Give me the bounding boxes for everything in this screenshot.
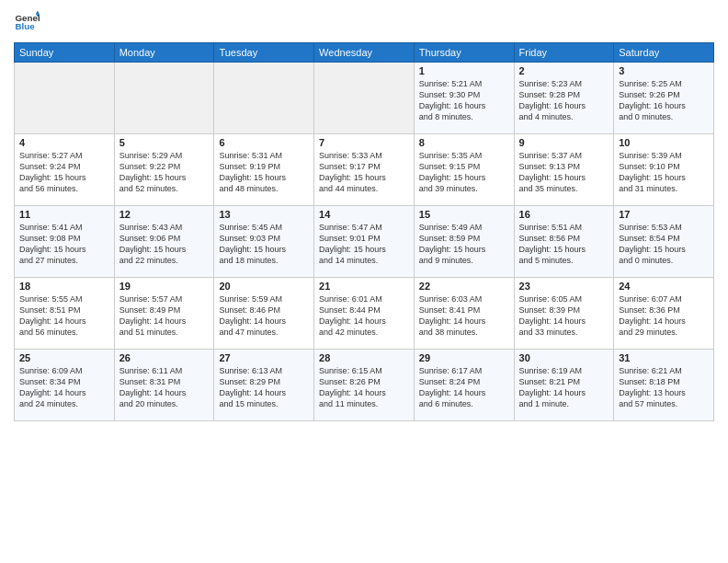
day-info: Sunrise: 6:09 AMSunset: 8:34 PMDaylight:… <box>19 365 109 410</box>
day-info: Sunrise: 5:31 AMSunset: 9:19 PMDaylight:… <box>219 150 309 195</box>
day-number: 28 <box>319 352 409 363</box>
day-number: 22 <box>419 281 509 292</box>
calendar-day-cell: 11Sunrise: 5:41 AMSunset: 9:08 PMDayligh… <box>15 206 115 278</box>
calendar-day-cell: 24Sunrise: 6:07 AMSunset: 8:36 PMDayligh… <box>614 278 714 350</box>
day-info: Sunrise: 5:57 AMSunset: 8:49 PMDaylight:… <box>119 293 210 339</box>
calendar-day-cell: 25Sunrise: 6:09 AMSunset: 8:34 PMDayligh… <box>15 350 115 421</box>
calendar-day-cell: 21Sunrise: 6:01 AMSunset: 8:44 PMDayligh… <box>314 278 415 350</box>
calendar-day-cell: 10Sunrise: 5:39 AMSunset: 9:10 PMDayligh… <box>614 134 714 206</box>
day-info: Sunrise: 5:41 AMSunset: 9:08 PMDaylight:… <box>19 222 109 267</box>
day-info: Sunrise: 6:15 AMSunset: 8:26 PMDaylight:… <box>319 365 409 410</box>
calendar-day-cell: 19Sunrise: 5:57 AMSunset: 8:49 PMDayligh… <box>114 278 214 350</box>
calendar-day-cell: 30Sunrise: 6:19 AMSunset: 8:21 PMDayligh… <box>514 350 614 421</box>
calendar-header-row: SundayMondayTuesdayWednesdayThursdayFrid… <box>15 43 714 63</box>
day-info: Sunrise: 5:43 AMSunset: 9:06 PMDaylight:… <box>119 222 210 267</box>
calendar-day-cell <box>214 63 314 134</box>
day-info: Sunrise: 5:25 AMSunset: 9:26 PMDaylight:… <box>619 78 709 123</box>
weekday-header: Sunday <box>15 43 115 63</box>
day-number: 12 <box>119 209 210 220</box>
day-number: 25 <box>19 352 109 363</box>
day-info: Sunrise: 6:11 AMSunset: 8:31 PMDaylight:… <box>119 365 210 410</box>
calendar-day-cell: 4Sunrise: 5:27 AMSunset: 9:24 PMDaylight… <box>15 134 115 206</box>
day-info: Sunrise: 5:37 AMSunset: 9:13 PMDaylight:… <box>519 150 609 195</box>
weekday-header: Friday <box>514 43 614 63</box>
calendar-day-cell: 29Sunrise: 6:17 AMSunset: 8:24 PMDayligh… <box>414 350 514 421</box>
day-number: 3 <box>619 65 709 76</box>
day-number: 4 <box>19 137 109 148</box>
calendar-day-cell: 28Sunrise: 6:15 AMSunset: 8:26 PMDayligh… <box>314 350 415 421</box>
calendar-day-cell: 17Sunrise: 5:53 AMSunset: 8:54 PMDayligh… <box>614 206 714 278</box>
calendar-day-cell: 7Sunrise: 5:33 AMSunset: 9:17 PMDaylight… <box>314 134 415 206</box>
day-info: Sunrise: 6:07 AMSunset: 8:36 PMDaylight:… <box>619 293 709 339</box>
calendar-table: SundayMondayTuesdayWednesdayThursdayFrid… <box>14 42 714 421</box>
day-number: 18 <box>19 281 109 292</box>
day-number: 29 <box>419 352 509 363</box>
day-number: 17 <box>619 209 709 220</box>
calendar-day-cell: 12Sunrise: 5:43 AMSunset: 9:06 PMDayligh… <box>114 206 214 278</box>
day-info: Sunrise: 5:29 AMSunset: 9:22 PMDaylight:… <box>119 150 210 195</box>
header: General Blue <box>14 9 714 35</box>
day-number: 8 <box>419 137 509 148</box>
day-info: Sunrise: 5:55 AMSunset: 8:51 PMDaylight:… <box>19 293 109 339</box>
calendar-week-row: 18Sunrise: 5:55 AMSunset: 8:51 PMDayligh… <box>15 278 714 350</box>
day-number: 21 <box>319 281 409 292</box>
calendar-week-row: 11Sunrise: 5:41 AMSunset: 9:08 PMDayligh… <box>15 206 714 278</box>
day-number: 13 <box>219 209 309 220</box>
day-number: 9 <box>519 137 609 148</box>
calendar-day-cell: 5Sunrise: 5:29 AMSunset: 9:22 PMDaylight… <box>114 134 214 206</box>
day-info: Sunrise: 6:01 AMSunset: 8:44 PMDaylight:… <box>319 293 409 339</box>
calendar-day-cell: 26Sunrise: 6:11 AMSunset: 8:31 PMDayligh… <box>114 350 214 421</box>
calendar-day-cell: 6Sunrise: 5:31 AMSunset: 9:19 PMDaylight… <box>214 134 314 206</box>
calendar-day-cell: 9Sunrise: 5:37 AMSunset: 9:13 PMDaylight… <box>514 134 614 206</box>
day-info: Sunrise: 5:51 AMSunset: 8:56 PMDaylight:… <box>519 222 609 267</box>
day-number: 10 <box>619 137 709 148</box>
day-info: Sunrise: 6:17 AMSunset: 8:24 PMDaylight:… <box>419 365 509 410</box>
day-number: 2 <box>519 65 609 76</box>
calendar-week-row: 1Sunrise: 5:21 AMSunset: 9:30 PMDaylight… <box>15 63 714 134</box>
day-number: 11 <box>19 209 109 220</box>
day-info: Sunrise: 6:13 AMSunset: 8:29 PMDaylight:… <box>219 365 309 410</box>
calendar-day-cell: 3Sunrise: 5:25 AMSunset: 9:26 PMDaylight… <box>614 63 714 134</box>
logo-icon: General Blue <box>14 9 40 35</box>
day-number: 20 <box>219 281 309 292</box>
calendar-day-cell: 27Sunrise: 6:13 AMSunset: 8:29 PMDayligh… <box>214 350 314 421</box>
calendar-day-cell: 23Sunrise: 6:05 AMSunset: 8:39 PMDayligh… <box>514 278 614 350</box>
svg-text:Blue: Blue <box>15 21 35 31</box>
day-info: Sunrise: 5:21 AMSunset: 9:30 PMDaylight:… <box>419 78 509 123</box>
day-number: 15 <box>419 209 509 220</box>
calendar-day-cell: 2Sunrise: 5:23 AMSunset: 9:28 PMDaylight… <box>514 63 614 134</box>
day-info: Sunrise: 5:23 AMSunset: 9:28 PMDaylight:… <box>519 78 609 123</box>
calendar-day-cell <box>114 63 214 134</box>
day-number: 27 <box>219 352 309 363</box>
weekday-header: Saturday <box>614 43 714 63</box>
day-info: Sunrise: 5:53 AMSunset: 8:54 PMDaylight:… <box>619 222 709 267</box>
calendar-day-cell: 1Sunrise: 5:21 AMSunset: 9:30 PMDaylight… <box>414 63 514 134</box>
day-number: 5 <box>119 137 210 148</box>
day-info: Sunrise: 6:03 AMSunset: 8:41 PMDaylight:… <box>419 293 509 339</box>
day-info: Sunrise: 5:45 AMSunset: 9:03 PMDaylight:… <box>219 222 309 267</box>
day-info: Sunrise: 5:59 AMSunset: 8:46 PMDaylight:… <box>219 293 309 339</box>
calendar-week-row: 4Sunrise: 5:27 AMSunset: 9:24 PMDaylight… <box>15 134 714 206</box>
day-number: 7 <box>319 137 409 148</box>
calendar-day-cell: 31Sunrise: 6:21 AMSunset: 8:18 PMDayligh… <box>614 350 714 421</box>
calendar-day-cell <box>15 63 115 134</box>
day-number: 14 <box>319 209 409 220</box>
day-number: 24 <box>619 281 709 292</box>
calendar-day-cell: 8Sunrise: 5:35 AMSunset: 9:15 PMDaylight… <box>414 134 514 206</box>
day-number: 19 <box>119 281 210 292</box>
day-info: Sunrise: 6:21 AMSunset: 8:18 PMDaylight:… <box>619 365 709 410</box>
calendar-day-cell: 15Sunrise: 5:49 AMSunset: 8:59 PMDayligh… <box>414 206 514 278</box>
calendar-day-cell: 22Sunrise: 6:03 AMSunset: 8:41 PMDayligh… <box>414 278 514 350</box>
day-info: Sunrise: 5:39 AMSunset: 9:10 PMDaylight:… <box>619 150 709 195</box>
logo: General Blue <box>14 9 43 35</box>
calendar-day-cell: 14Sunrise: 5:47 AMSunset: 9:01 PMDayligh… <box>314 206 415 278</box>
day-number: 16 <box>519 209 609 220</box>
weekday-header: Thursday <box>414 43 514 63</box>
day-info: Sunrise: 6:05 AMSunset: 8:39 PMDaylight:… <box>519 293 609 339</box>
calendar-day-cell: 13Sunrise: 5:45 AMSunset: 9:03 PMDayligh… <box>214 206 314 278</box>
day-number: 6 <box>219 137 309 148</box>
calendar-day-cell <box>314 63 415 134</box>
day-info: Sunrise: 5:47 AMSunset: 9:01 PMDaylight:… <box>319 222 409 267</box>
day-info: Sunrise: 5:49 AMSunset: 8:59 PMDaylight:… <box>419 222 509 267</box>
day-info: Sunrise: 5:33 AMSunset: 9:17 PMDaylight:… <box>319 150 409 195</box>
